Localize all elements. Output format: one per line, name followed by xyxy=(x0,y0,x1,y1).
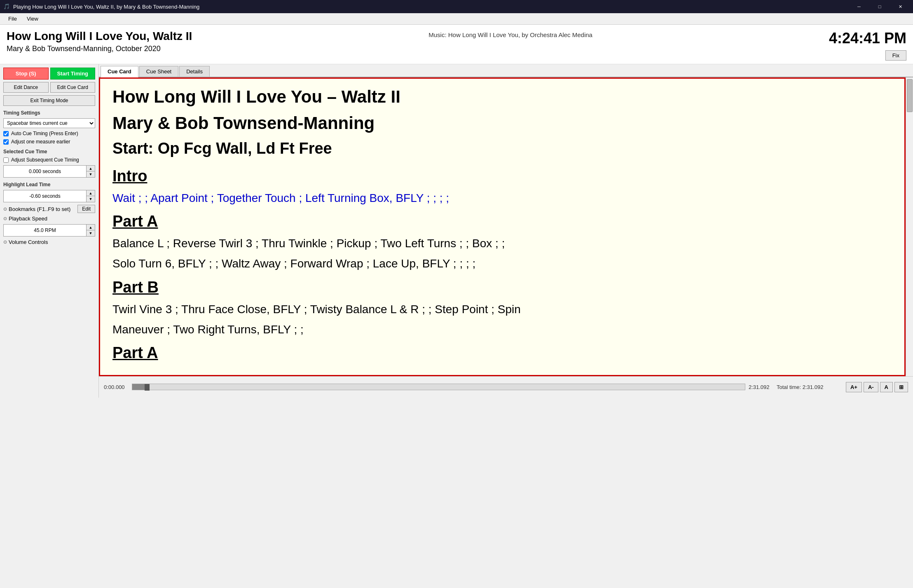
layout-button[interactable]: ⊞ xyxy=(894,382,908,392)
current-time: 4:24:41 PM xyxy=(829,30,906,47)
bookmarks-left: ⊙ Bookmarks (F1..F9 to set) xyxy=(3,206,70,212)
rpm-control: 45.0 RPM ▲ ▼ xyxy=(3,224,95,237)
font-buttons: A+ A- A ⊞ xyxy=(846,382,908,392)
rpm-buttons: ▲ ▼ xyxy=(86,225,95,236)
progress-thumb[interactable] xyxy=(145,384,150,391)
rpm-up[interactable]: ▲ xyxy=(87,225,95,230)
cue-line-parta-1: Solo Turn 6, BFLY ; ; Waltz Away ; Forwa… xyxy=(112,255,892,272)
adjust-measure-checkbox[interactable] xyxy=(3,139,9,145)
playback-speed-label: Playback Speed xyxy=(9,216,47,222)
close-button[interactable]: ✕ xyxy=(891,0,910,13)
cue-time-value: 0.000 seconds xyxy=(4,167,86,176)
highlight-lead-buttons: ▲ ▼ xyxy=(86,190,95,202)
cue-line-partb-1: Maneuver ; Two Right Turns, BFLY ; ; xyxy=(112,321,892,337)
dance-subtitle: Mary & Bob Townsend-Manning, October 202… xyxy=(7,45,192,53)
header-section: How Long Will I Love You, Waltz II Mary … xyxy=(0,25,913,64)
playback-speed-left: ⊙ Playback Speed xyxy=(3,216,47,222)
tab-cue-card[interactable]: Cue Card xyxy=(101,66,138,77)
content-area: Stop (S) Start Timing Edit Dance Edit Cu… xyxy=(0,64,913,398)
cue-time-control: 0.000 seconds ▲ ▼ xyxy=(3,165,95,178)
title-bar-controls: ─ □ ✕ xyxy=(850,0,910,13)
tabs-bar: Cue Card Cue Sheet Details xyxy=(99,64,913,77)
adjust-subsequent-row: Adjust Subsequent Cue Timing xyxy=(3,157,95,163)
edit-row: Edit Dance Edit Cue Card xyxy=(3,82,95,93)
menu-file[interactable]: File xyxy=(3,14,22,23)
timing-settings-select[interactable]: Spacebar times current cue xyxy=(3,118,95,128)
minimize-button[interactable]: ─ xyxy=(850,0,869,13)
volume-controls-row: ⊙ Volume Controls xyxy=(3,239,95,245)
menu-view[interactable]: View xyxy=(22,14,43,23)
app-icon: 🎵 xyxy=(3,3,10,10)
start-timing-button[interactable]: Start Timing xyxy=(50,68,96,80)
highlight-lead-down[interactable]: ▼ xyxy=(87,196,95,202)
section-part-a-repeat: Part A xyxy=(112,344,892,362)
progress-fill xyxy=(132,384,145,390)
cue-card-start: Start: Op Fcg Wall, Ld Ft Free xyxy=(112,140,892,157)
font-increase-button[interactable]: A+ xyxy=(846,382,862,392)
volume-chevron-icon[interactable]: ⊙ xyxy=(3,239,7,245)
sidebar: Stop (S) Start Timing Edit Dance Edit Cu… xyxy=(0,64,99,398)
tab-details[interactable]: Details xyxy=(179,66,210,77)
tab-cue-sheet[interactable]: Cue Sheet xyxy=(139,66,178,77)
title-bar-left: 🎵 Playing How Long Will I Love You, Walt… xyxy=(3,3,199,10)
highlight-lead-control: -0.60 seconds ▲ ▼ xyxy=(3,190,95,202)
font-decrease-button[interactable]: A- xyxy=(864,382,878,392)
bookmarks-chevron-icon[interactable]: ⊙ xyxy=(3,206,7,212)
volume-controls-label: Volume Controls xyxy=(9,239,48,245)
highlight-lead-label: Highlight Lead Time xyxy=(3,182,95,187)
exit-timing-button[interactable]: Exit Timing Mode xyxy=(3,95,95,106)
bookmarks-edit-button[interactable]: Edit xyxy=(77,205,95,213)
play-controls-row: Stop (S) Start Timing xyxy=(3,68,95,80)
fix-button[interactable]: Fix xyxy=(885,50,906,61)
total-time-label: Total time: 2:31.092 xyxy=(777,384,843,390)
auto-cue-label: Auto Cue Timing (Press Enter) xyxy=(11,131,78,136)
adjust-measure-row: Adjust one measure earlier xyxy=(3,139,95,145)
cue-card-area[interactable]: How Long Will I Love You – Waltz II Mary… xyxy=(99,77,906,376)
cue-card-author: Mary & Bob Townsend-Manning xyxy=(112,113,892,133)
cue-card-title: How Long Will I Love You – Waltz II xyxy=(112,87,892,107)
highlight-lead-up[interactable]: ▲ xyxy=(87,190,95,196)
adjust-subsequent-label: Adjust Subsequent Cue Timing xyxy=(11,157,79,163)
rpm-down[interactable]: ▼ xyxy=(87,230,95,236)
music-info: Music: How Long Will I Love You, by Orch… xyxy=(192,31,829,38)
auto-cue-checkbox[interactable] xyxy=(3,131,9,136)
bookmarks-label: Bookmarks (F1..F9 to set) xyxy=(9,206,70,212)
maximize-button[interactable]: □ xyxy=(870,0,889,13)
cue-line-intro-0: Wait ; ; Apart Point ; Together Touch ; … xyxy=(112,190,892,206)
cue-line-partb-0: Twirl Vine 3 ; Thru Face Close, BFLY ; T… xyxy=(112,301,892,317)
end-time-label: 2:31.092 xyxy=(749,384,773,390)
font-reset-button[interactable]: A xyxy=(880,382,893,392)
header-right: 4:24:41 PM Fix xyxy=(829,30,906,61)
progress-bar[interactable] xyxy=(132,384,745,390)
title-bar-title: Playing How Long Will I Love You, Waltz … xyxy=(13,4,199,10)
header-center: Music: How Long Will I Love You, by Orch… xyxy=(192,30,829,38)
cue-card-wrapper: How Long Will I Love You – Waltz II Mary… xyxy=(99,77,913,376)
cue-card-scrollbar[interactable] xyxy=(906,77,913,376)
volume-controls-left: ⊙ Volume Controls xyxy=(3,239,48,245)
title-bar: 🎵 Playing How Long Will I Love You, Walt… xyxy=(0,0,913,13)
section-part-b: Part B xyxy=(112,279,892,296)
main-content: Cue Card Cue Sheet Details How Long Will… xyxy=(99,64,913,398)
stop-button[interactable]: Stop (S) xyxy=(3,68,49,80)
timing-settings-label: Timing Settings xyxy=(3,110,95,116)
playback-speed-chevron-icon[interactable]: ⊙ xyxy=(3,216,7,221)
adjust-measure-label: Adjust one measure earlier xyxy=(11,139,70,145)
cue-time-down[interactable]: ▼ xyxy=(87,171,95,177)
section-part-a: Part A xyxy=(112,213,892,230)
start-time-label: 0:00.000 xyxy=(104,384,129,390)
dance-title: How Long Will I Love You, Waltz II xyxy=(7,30,192,43)
scrollbar-thumb[interactable] xyxy=(907,79,913,112)
edit-dance-button[interactable]: Edit Dance xyxy=(3,82,49,93)
highlight-lead-value: -0.60 seconds xyxy=(4,192,86,200)
header-left: How Long Will I Love You, Waltz II Mary … xyxy=(7,30,192,53)
selected-cue-label: Selected Cue Time xyxy=(3,149,95,155)
edit-cue-card-button[interactable]: Edit Cue Card xyxy=(50,82,96,93)
playback-speed-row: ⊙ Playback Speed xyxy=(3,216,95,222)
bookmarks-row: ⊙ Bookmarks (F1..F9 to set) Edit xyxy=(3,205,95,213)
rpm-value: 45.0 RPM xyxy=(4,226,86,234)
cue-time-up[interactable]: ▲ xyxy=(87,166,95,171)
adjust-subsequent-checkbox[interactable] xyxy=(3,157,9,163)
auto-cue-row: Auto Cue Timing (Press Enter) xyxy=(3,131,95,136)
section-intro: Intro xyxy=(112,167,892,185)
menu-bar: File View xyxy=(0,13,913,25)
